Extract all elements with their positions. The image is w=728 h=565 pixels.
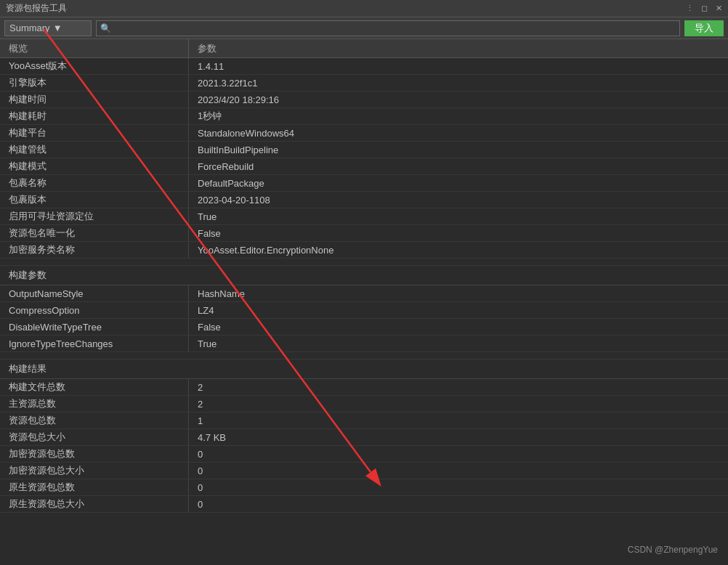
table-row: 启用可寻址资源定位True [0,208,728,225]
search-icon: 🔍 [100,23,111,33]
table-row: 资源包总大小4.7 KB [0,429,728,446]
row-value: 2023/4/20 18:29:16 [189,92,728,107]
main-content: 概览 参数 YooAsset版本1.4.11引擎版本2021.3.22f1c1构… [0,39,728,565]
row-value: 2 [189,379,728,395]
row-label: 构建平台 [0,125,189,141]
row-value: 2023-04-20-1108 [189,192,728,208]
window-title: 资源包报告工具 [6,2,67,15]
table-row: OutputNameStyleHashName [0,285,728,302]
row-value: 1.4.11 [189,58,728,74]
row-value: 2 [189,396,728,412]
table-row: 加密服务类名称YooAsset.Editor.EncryptionNone [0,242,728,259]
summary-label: Summary [9,23,50,33]
table-row: 构建时间2023/4/20 18:29:16 [0,92,728,108]
row-label: 引擎版本 [0,75,189,91]
separator-row [0,352,728,359]
section-title: 构建结果 [0,359,728,379]
row-label: DisableWriteTypeTree [0,319,189,335]
menu-icon[interactable]: ⋮ [684,4,695,14]
row-label: 资源包名唯一化 [0,225,189,241]
row-label: OutputNameStyle [0,285,189,301]
search-input[interactable] [96,20,680,36]
table-row: 原生资源包总大小0 [0,496,728,513]
restore-icon[interactable]: ◻ [699,4,709,14]
row-label: 资源包总数 [0,412,189,428]
table-row: 原生资源包总数0 [0,479,728,496]
row-value: 0 [189,446,728,462]
column-header-value: 参数 [189,42,728,55]
table-row: DisableWriteTypeTreeFalse [0,319,728,336]
row-label: 启用可寻址资源定位 [0,208,189,224]
row-value: 0 [189,496,728,512]
table-row: YooAsset版本1.4.11 [0,58,728,75]
row-label: 包裹版本 [0,192,189,208]
table-row: 引擎版本2021.3.22f1c1 [0,75,728,92]
title-bar: 资源包报告工具 ⋮ ◻ ✕ [0,0,728,17]
row-value: False [189,225,728,241]
row-label: IgnoreTypeTreeChanges [0,336,189,351]
row-value: ForceRebuild [189,158,728,174]
chevron-down-icon: ▼ [53,23,62,33]
row-value: YooAsset.Editor.EncryptionNone [189,242,728,258]
row-label: 构建模式 [0,158,189,174]
table-body: YooAsset版本1.4.11引擎版本2021.3.22f1c1构建时间202… [0,58,728,565]
row-value: LZ4 [189,302,728,318]
table-row: IgnoreTypeTreeChangesTrue [0,336,728,352]
row-label: 加密资源包总大小 [0,463,189,479]
row-label: 构建时间 [0,92,189,107]
table-row: 加密资源包总数0 [0,446,728,463]
row-value: 2021.3.22f1c1 [189,75,728,91]
row-label: 主资源总数 [0,396,189,412]
column-header-label: 概览 [0,39,189,57]
row-label: YooAsset版本 [0,58,189,74]
row-label: 包裹名称 [0,175,189,191]
table-header: 概览 参数 [0,39,728,58]
row-value: 1 [189,412,728,428]
table-row: 资源包名唯一化False [0,225,728,242]
summary-dropdown[interactable]: Summary ▼ [4,20,92,36]
watermark: CSDN @ZhenpengYue [628,545,718,555]
import-button[interactable]: 导入 [684,20,724,36]
table-row: 加密资源包总大小0 [0,463,728,479]
row-label: 构建耗时 [0,108,189,124]
row-label: 原生资源包总大小 [0,496,189,512]
row-label: 加密服务类名称 [0,242,189,258]
search-wrapper: 🔍 [96,20,680,36]
table-row: 主资源总数2 [0,396,728,412]
table-row: 包裹版本2023-04-20-1108 [0,192,728,208]
row-label: 资源包总大小 [0,429,189,445]
row-value: False [189,319,728,335]
row-value: 0 [189,463,728,479]
row-value: DefaultPackage [189,175,728,191]
row-value: True [189,208,728,224]
row-label: 原生资源包总数 [0,479,189,495]
row-value: StandaloneWindows64 [189,125,728,141]
row-label: 构建管线 [0,142,189,158]
table-row: CompressOptionLZ4 [0,302,728,319]
table-row: 构建平台StandaloneWindows64 [0,125,728,142]
row-value: 4.7 KB [189,429,728,445]
table-row: 构建耗时1秒钟 [0,108,728,125]
row-label: 构建文件总数 [0,379,189,395]
section-title: 构建参数 [0,266,728,285]
separator-row [0,259,728,266]
toolbar: Summary ▼ 🔍 导入 [0,17,728,39]
row-value: 0 [189,479,728,495]
table-row: 构建管线BuiltInBuildPipeline [0,142,728,158]
table-row: 构建模式ForceRebuild [0,158,728,175]
close-icon[interactable]: ✕ [713,4,724,14]
row-value: 1秒钟 [189,108,728,124]
row-label: 加密资源包总数 [0,446,189,462]
row-value: True [189,336,728,351]
table-row: 构建文件总数2 [0,379,728,396]
table-row: 资源包总数1 [0,412,728,429]
window-controls: ⋮ ◻ ✕ [684,4,724,14]
row-value: HashName [189,285,728,301]
row-label: CompressOption [0,302,189,318]
row-value: BuiltInBuildPipeline [189,142,728,158]
table-row: 包裹名称DefaultPackage [0,175,728,192]
